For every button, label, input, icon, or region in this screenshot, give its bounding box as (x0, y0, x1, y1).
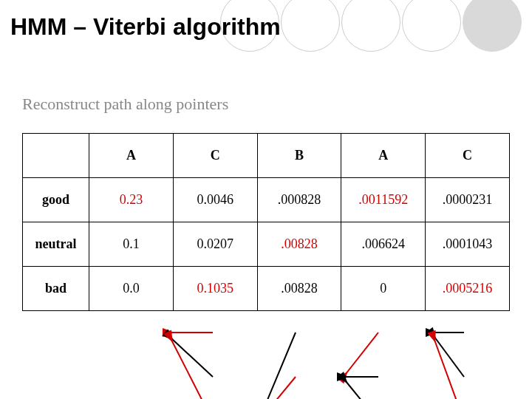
cell: 0.0207 (173, 222, 257, 267)
circle-icon (463, 0, 522, 52)
cell: .000828 (257, 178, 341, 222)
col-header: A (89, 134, 174, 178)
svg-line-11 (434, 340, 464, 399)
cell: .0001043 (426, 222, 510, 267)
page-title: HMM – Viterbi algorithm (10, 13, 281, 41)
cell: 0.1035 (173, 267, 257, 311)
subtitle: Reconstruct path along pointers (22, 95, 228, 114)
col-header: C (426, 134, 510, 178)
svg-line-8 (346, 381, 378, 399)
svg-line-10 (434, 337, 464, 377)
cell: .00828 (257, 267, 341, 311)
circle-icon (281, 0, 340, 52)
cell: 0.0 (89, 267, 174, 311)
cell: 0.1 (89, 222, 174, 267)
circle-icon (341, 0, 400, 52)
cell: 0.0046 (173, 178, 257, 222)
svg-line-6 (346, 332, 378, 374)
table-row: neutral 0.1 0.0207 .00828 .006624 .00010… (23, 222, 510, 267)
col-header: C (173, 134, 257, 178)
viterbi-table: A C B A C good 0.23 0.0046 .000828 .0011… (22, 133, 510, 311)
svg-line-4 (260, 377, 296, 399)
cell: .00828 (257, 222, 341, 267)
cell: .006624 (341, 222, 426, 267)
col-header: A (341, 134, 426, 178)
table-header-row: A C B A C (23, 134, 510, 178)
row-header-bad: bad (23, 267, 89, 311)
cell: 0.23 (89, 178, 174, 222)
row-header-neutral: neutral (23, 222, 89, 267)
svg-line-2 (171, 340, 213, 399)
cell: .0005216 (426, 267, 510, 311)
corner-cell (23, 134, 89, 178)
circle-icon (402, 0, 461, 52)
table-row: good 0.23 0.0046 .000828 .0011592 .00002… (23, 178, 510, 222)
cell: .0011592 (341, 178, 426, 222)
row-header-good: good (23, 178, 89, 222)
cell: .0000231 (426, 178, 510, 222)
svg-line-3 (260, 332, 296, 399)
table-row: bad 0.0 0.1035 .00828 0 .0005216 (23, 267, 510, 311)
col-header: B (257, 134, 341, 178)
svg-line-1 (171, 338, 213, 377)
cell: 0 (341, 267, 426, 311)
